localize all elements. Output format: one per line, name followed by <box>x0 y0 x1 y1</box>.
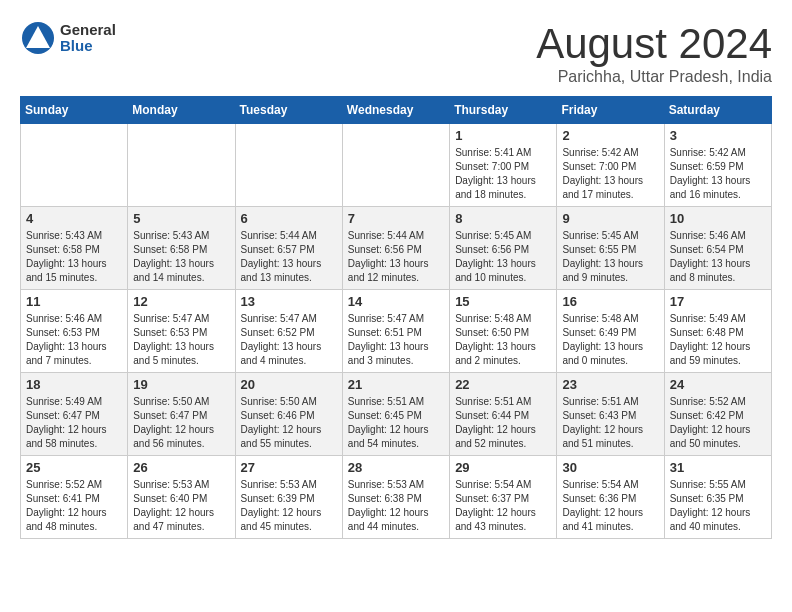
day-info: Sunrise: 5:55 AM Sunset: 6:35 PM Dayligh… <box>670 478 766 534</box>
calendar-cell: 3Sunrise: 5:42 AM Sunset: 6:59 PM Daylig… <box>664 124 771 207</box>
day-info: Sunrise: 5:53 AM Sunset: 6:40 PM Dayligh… <box>133 478 229 534</box>
calendar-cell <box>342 124 449 207</box>
day-info: Sunrise: 5:54 AM Sunset: 6:37 PM Dayligh… <box>455 478 551 534</box>
day-number: 5 <box>133 211 229 226</box>
day-number: 25 <box>26 460 122 475</box>
day-info: Sunrise: 5:52 AM Sunset: 6:42 PM Dayligh… <box>670 395 766 451</box>
day-number: 28 <box>348 460 444 475</box>
calendar-cell: 4Sunrise: 5:43 AM Sunset: 6:58 PM Daylig… <box>21 207 128 290</box>
day-number: 16 <box>562 294 658 309</box>
weekday-header-wednesday: Wednesday <box>342 97 449 124</box>
day-info: Sunrise: 5:44 AM Sunset: 6:57 PM Dayligh… <box>241 229 337 285</box>
day-number: 14 <box>348 294 444 309</box>
day-info: Sunrise: 5:41 AM Sunset: 7:00 PM Dayligh… <box>455 146 551 202</box>
calendar-cell: 26Sunrise: 5:53 AM Sunset: 6:40 PM Dayli… <box>128 456 235 539</box>
calendar-week-row: 11Sunrise: 5:46 AM Sunset: 6:53 PM Dayli… <box>21 290 772 373</box>
day-number: 12 <box>133 294 229 309</box>
day-number: 24 <box>670 377 766 392</box>
weekday-header-monday: Monday <box>128 97 235 124</box>
calendar-cell: 29Sunrise: 5:54 AM Sunset: 6:37 PM Dayli… <box>450 456 557 539</box>
day-number: 4 <box>26 211 122 226</box>
calendar-cell: 2Sunrise: 5:42 AM Sunset: 7:00 PM Daylig… <box>557 124 664 207</box>
day-info: Sunrise: 5:43 AM Sunset: 6:58 PM Dayligh… <box>133 229 229 285</box>
calendar-cell: 11Sunrise: 5:46 AM Sunset: 6:53 PM Dayli… <box>21 290 128 373</box>
day-info: Sunrise: 5:53 AM Sunset: 6:38 PM Dayligh… <box>348 478 444 534</box>
day-info: Sunrise: 5:51 AM Sunset: 6:43 PM Dayligh… <box>562 395 658 451</box>
calendar-cell: 14Sunrise: 5:47 AM Sunset: 6:51 PM Dayli… <box>342 290 449 373</box>
header: General Blue August 2024 Parichha, Uttar… <box>20 20 772 86</box>
day-number: 11 <box>26 294 122 309</box>
day-number: 13 <box>241 294 337 309</box>
weekday-header-row: SundayMondayTuesdayWednesdayThursdayFrid… <box>21 97 772 124</box>
day-info: Sunrise: 5:42 AM Sunset: 7:00 PM Dayligh… <box>562 146 658 202</box>
day-info: Sunrise: 5:42 AM Sunset: 6:59 PM Dayligh… <box>670 146 766 202</box>
day-info: Sunrise: 5:47 AM Sunset: 6:53 PM Dayligh… <box>133 312 229 368</box>
day-info: Sunrise: 5:46 AM Sunset: 6:53 PM Dayligh… <box>26 312 122 368</box>
calendar-cell: 18Sunrise: 5:49 AM Sunset: 6:47 PM Dayli… <box>21 373 128 456</box>
day-info: Sunrise: 5:51 AM Sunset: 6:45 PM Dayligh… <box>348 395 444 451</box>
day-number: 3 <box>670 128 766 143</box>
day-number: 7 <box>348 211 444 226</box>
day-number: 17 <box>670 294 766 309</box>
day-info: Sunrise: 5:43 AM Sunset: 6:58 PM Dayligh… <box>26 229 122 285</box>
calendar-cell: 21Sunrise: 5:51 AM Sunset: 6:45 PM Dayli… <box>342 373 449 456</box>
calendar-cell: 23Sunrise: 5:51 AM Sunset: 6:43 PM Dayli… <box>557 373 664 456</box>
calendar-table: SundayMondayTuesdayWednesdayThursdayFrid… <box>20 96 772 539</box>
calendar-week-row: 1Sunrise: 5:41 AM Sunset: 7:00 PM Daylig… <box>21 124 772 207</box>
calendar-cell <box>21 124 128 207</box>
calendar-cell: 10Sunrise: 5:46 AM Sunset: 6:54 PM Dayli… <box>664 207 771 290</box>
day-number: 30 <box>562 460 658 475</box>
day-number: 26 <box>133 460 229 475</box>
day-number: 22 <box>455 377 551 392</box>
calendar-cell: 5Sunrise: 5:43 AM Sunset: 6:58 PM Daylig… <box>128 207 235 290</box>
calendar-cell: 20Sunrise: 5:50 AM Sunset: 6:46 PM Dayli… <box>235 373 342 456</box>
day-number: 20 <box>241 377 337 392</box>
logo-blue: Blue <box>60 38 116 55</box>
calendar-cell: 12Sunrise: 5:47 AM Sunset: 6:53 PM Dayli… <box>128 290 235 373</box>
calendar-cell: 1Sunrise: 5:41 AM Sunset: 7:00 PM Daylig… <box>450 124 557 207</box>
weekday-header-thursday: Thursday <box>450 97 557 124</box>
day-number: 18 <box>26 377 122 392</box>
calendar-week-row: 18Sunrise: 5:49 AM Sunset: 6:47 PM Dayli… <box>21 373 772 456</box>
calendar-cell: 15Sunrise: 5:48 AM Sunset: 6:50 PM Dayli… <box>450 290 557 373</box>
day-info: Sunrise: 5:46 AM Sunset: 6:54 PM Dayligh… <box>670 229 766 285</box>
day-number: 21 <box>348 377 444 392</box>
title-area: August 2024 Parichha, Uttar Pradesh, Ind… <box>536 20 772 86</box>
day-info: Sunrise: 5:47 AM Sunset: 6:51 PM Dayligh… <box>348 312 444 368</box>
day-number: 2 <box>562 128 658 143</box>
calendar-cell: 9Sunrise: 5:45 AM Sunset: 6:55 PM Daylig… <box>557 207 664 290</box>
day-number: 23 <box>562 377 658 392</box>
calendar-cell: 24Sunrise: 5:52 AM Sunset: 6:42 PM Dayli… <box>664 373 771 456</box>
calendar-cell: 7Sunrise: 5:44 AM Sunset: 6:56 PM Daylig… <box>342 207 449 290</box>
logo-icon <box>20 20 56 56</box>
calendar-cell: 8Sunrise: 5:45 AM Sunset: 6:56 PM Daylig… <box>450 207 557 290</box>
calendar-cell: 19Sunrise: 5:50 AM Sunset: 6:47 PM Dayli… <box>128 373 235 456</box>
weekday-header-saturday: Saturday <box>664 97 771 124</box>
calendar-cell <box>235 124 342 207</box>
day-info: Sunrise: 5:50 AM Sunset: 6:47 PM Dayligh… <box>133 395 229 451</box>
logo: General Blue <box>20 20 116 56</box>
calendar-cell: 30Sunrise: 5:54 AM Sunset: 6:36 PM Dayli… <box>557 456 664 539</box>
day-number: 6 <box>241 211 337 226</box>
day-number: 31 <box>670 460 766 475</box>
day-info: Sunrise: 5:44 AM Sunset: 6:56 PM Dayligh… <box>348 229 444 285</box>
logo-general: General <box>60 22 116 39</box>
day-number: 19 <box>133 377 229 392</box>
calendar-cell: 27Sunrise: 5:53 AM Sunset: 6:39 PM Dayli… <box>235 456 342 539</box>
calendar-cell <box>128 124 235 207</box>
weekday-header-friday: Friday <box>557 97 664 124</box>
day-number: 29 <box>455 460 551 475</box>
weekday-header-sunday: Sunday <box>21 97 128 124</box>
calendar-cell: 31Sunrise: 5:55 AM Sunset: 6:35 PM Dayli… <box>664 456 771 539</box>
day-number: 15 <box>455 294 551 309</box>
day-info: Sunrise: 5:45 AM Sunset: 6:55 PM Dayligh… <box>562 229 658 285</box>
day-number: 1 <box>455 128 551 143</box>
calendar-cell: 16Sunrise: 5:48 AM Sunset: 6:49 PM Dayli… <box>557 290 664 373</box>
calendar-cell: 28Sunrise: 5:53 AM Sunset: 6:38 PM Dayli… <box>342 456 449 539</box>
month-title: August 2024 <box>536 20 772 68</box>
day-info: Sunrise: 5:51 AM Sunset: 6:44 PM Dayligh… <box>455 395 551 451</box>
day-info: Sunrise: 5:53 AM Sunset: 6:39 PM Dayligh… <box>241 478 337 534</box>
day-info: Sunrise: 5:50 AM Sunset: 6:46 PM Dayligh… <box>241 395 337 451</box>
location-title: Parichha, Uttar Pradesh, India <box>536 68 772 86</box>
calendar-cell: 22Sunrise: 5:51 AM Sunset: 6:44 PM Dayli… <box>450 373 557 456</box>
